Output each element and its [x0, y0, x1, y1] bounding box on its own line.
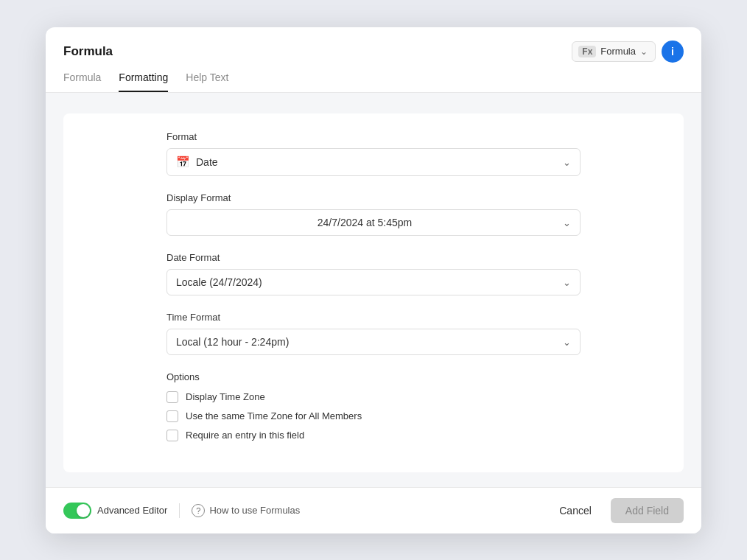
modal-footer: Advanced Editor ? How to use Formulas Ca…	[46, 487, 701, 533]
how-to-use-formulas-link[interactable]: ? How to use Formulas	[192, 504, 300, 517]
modal-title: Formula	[63, 44, 113, 59]
chevron-down-icon: ⌄	[640, 46, 648, 57]
time-format-select[interactable]: Local (12 hour - 2:24pm) ⌄	[166, 329, 581, 355]
help-icon: ?	[192, 504, 205, 517]
time-format-chevron-icon: ⌄	[563, 336, 571, 347]
fx-label: Fx	[578, 46, 596, 57]
format-label: Format	[166, 131, 581, 142]
date-format-label: Date Format	[166, 252, 581, 263]
display-format-value: 24/7/2024 at 5:45pm	[318, 217, 412, 228]
time-format-label: Time Format	[166, 312, 581, 323]
footer-right: Cancel Add Field	[547, 498, 684, 523]
checkbox-display-timezone: Display Time Zone	[166, 391, 581, 403]
same-timezone-label: Use the same Time Zone for All Members	[186, 410, 362, 421]
checkbox-same-timezone: Use the same Time Zone for All Members	[166, 410, 581, 422]
info-button[interactable]: i	[662, 41, 684, 63]
tab-help-text[interactable]: Help Text	[186, 71, 228, 92]
help-label: How to use Formulas	[209, 505, 300, 516]
tab-bar: Formula Formatting Help Text	[46, 63, 701, 93]
date-format-chevron-icon: ⌄	[563, 276, 571, 287]
calendar-icon: 📅	[176, 155, 190, 169]
display-format-select[interactable]: 24/7/2024 at 5:45pm ⌄	[166, 209, 581, 236]
modal-content: Format 📅 Date ⌄ Display Format 24/7/2024…	[46, 93, 701, 487]
modal-header: Formula Fx Formula ⌄ i	[46, 27, 701, 63]
time-format-group: Time Format Local (12 hour - 2:24pm) ⌄	[166, 312, 581, 355]
date-format-select[interactable]: Locale (24/7/2024) ⌄	[166, 269, 581, 295]
options-section: Options Display Time Zone Use the same T…	[166, 371, 581, 441]
require-entry-checkbox[interactable]	[166, 430, 178, 441]
tab-formatting[interactable]: Formatting	[119, 71, 168, 92]
display-format-label: Display Format	[166, 192, 581, 203]
toggle-knob	[77, 504, 90, 517]
display-format-group: Display Format 24/7/2024 at 5:45pm ⌄	[166, 192, 581, 236]
format-chevron-icon: ⌄	[563, 156, 571, 167]
formula-badge-text: Formula	[600, 46, 636, 57]
tab-formula[interactable]: Formula	[63, 71, 101, 92]
advanced-editor-toggle-row: Advanced Editor	[63, 503, 167, 519]
date-format-group: Date Format Locale (24/7/2024) ⌄	[166, 252, 581, 295]
format-group: Format 📅 Date ⌄	[166, 131, 581, 176]
display-timezone-label: Display Time Zone	[186, 391, 265, 402]
formula-modal: Formula Fx Formula ⌄ i Formula Formattin…	[46, 27, 701, 533]
display-timezone-checkbox[interactable]	[166, 391, 178, 403]
checkbox-require-entry: Require an entry in this field	[166, 430, 581, 441]
formula-type-selector[interactable]: Fx Formula ⌄	[572, 41, 656, 62]
date-format-value: Locale (24/7/2024)	[176, 276, 262, 288]
format-select[interactable]: 📅 Date ⌄	[166, 148, 581, 176]
time-format-value: Local (12 hour - 2:24pm)	[176, 336, 289, 348]
format-value: Date	[196, 156, 218, 168]
add-field-button[interactable]: Add Field	[611, 498, 684, 523]
require-entry-label: Require an entry in this field	[186, 430, 304, 441]
advanced-editor-label: Advanced Editor	[97, 505, 167, 516]
footer-divider	[179, 503, 180, 518]
form-section: Format 📅 Date ⌄ Display Format 24/7/2024…	[63, 113, 684, 472]
cancel-button[interactable]: Cancel	[547, 499, 603, 522]
same-timezone-checkbox[interactable]	[166, 410, 178, 422]
header-right: Fx Formula ⌄ i	[572, 41, 684, 63]
display-format-chevron-icon: ⌄	[563, 217, 571, 228]
advanced-editor-toggle[interactable]	[63, 503, 91, 519]
options-label: Options	[166, 371, 581, 382]
footer-left: Advanced Editor ? How to use Formulas	[63, 503, 300, 519]
